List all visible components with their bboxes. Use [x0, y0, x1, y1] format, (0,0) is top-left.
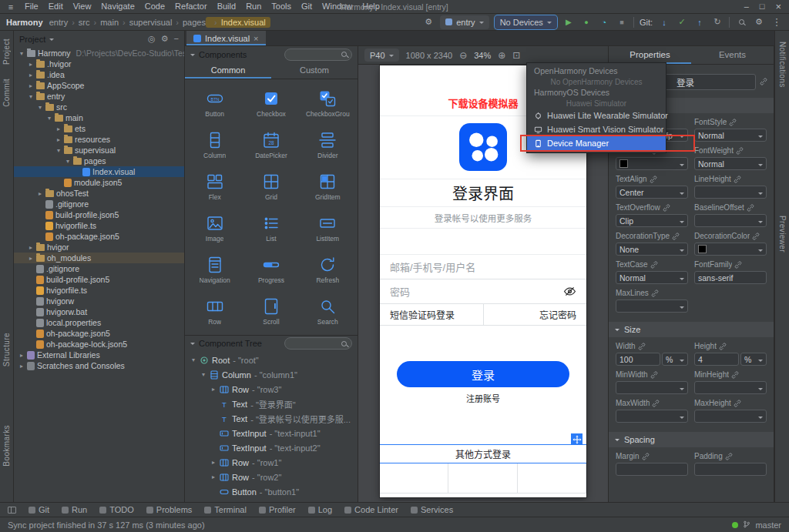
- selection-move-handle[interactable]: [571, 433, 583, 445]
- project-tree-item-ohostest[interactable]: ▸ohosTest: [14, 188, 184, 199]
- component-item-image[interactable]: Image: [186, 207, 243, 249]
- project-tree-item-external-libraries[interactable]: ▸External Libraries: [14, 350, 184, 360]
- property-control-fontweight[interactable]: Normal: [694, 157, 767, 170]
- property-control-minheight[interactable]: [694, 381, 767, 394]
- select-maxwidth[interactable]: [616, 410, 688, 423]
- device-model-selector[interactable]: P40: [364, 49, 399, 62]
- project-tree-item-scratches-and-consoles[interactable]: ▸Scratches and Consoles: [14, 360, 184, 371]
- component-item-refresh[interactable]: Refresh: [300, 249, 356, 290]
- component-tree-node-row[interactable]: ▸Row- "row3": [185, 382, 358, 396]
- login-title-text[interactable]: 登录界面: [380, 179, 586, 207]
- menu-view[interactable]: View: [69, 0, 96, 13]
- color-picker-decorationcolor[interactable]: [694, 243, 767, 256]
- link-icon[interactable]: [650, 261, 658, 269]
- breadcrumb-main[interactable]: main: [90, 18, 119, 27]
- toolwindow-profiler-button[interactable]: Profiler: [259, 505, 296, 514]
- device-menu-item-huawei-lite-wearable-simulator[interactable]: Huawei Lite Wearable Simulator: [527, 109, 666, 122]
- select-textalign[interactable]: Center: [616, 186, 688, 199]
- link-icon[interactable]: [752, 233, 760, 240]
- breadcrumb-pages[interactable]: pages: [172, 18, 206, 27]
- debug-button[interactable]: [580, 16, 593, 28]
- password-input[interactable]: 密码: [380, 279, 586, 304]
- locate-file-icon[interactable]: [148, 34, 156, 44]
- component-tree-node-text[interactable]: TText- "登录界面": [185, 396, 358, 411]
- device-selector[interactable]: No Devices: [495, 15, 557, 29]
- stop-button[interactable]: [616, 16, 628, 28]
- menu-code[interactable]: Code: [140, 0, 170, 13]
- toolwindow-problems-button[interactable]: Problems: [146, 505, 192, 514]
- breadcrumb-index-visual[interactable]: Index.visual: [206, 17, 270, 28]
- ide-settings-icon[interactable]: [753, 16, 765, 28]
- link-icon[interactable]: [651, 289, 659, 297]
- toolwindow-services-button[interactable]: Services: [411, 505, 453, 514]
- toolwindow-run-button[interactable]: Run: [62, 505, 87, 514]
- section-header-spacing[interactable]: Spacing: [609, 432, 774, 447]
- project-tree-item-local-properties[interactable]: local.properties: [14, 317, 184, 328]
- components-search-input[interactable]: [290, 50, 341, 59]
- unit-select-height[interactable]: %: [740, 353, 767, 366]
- component-tree-node-row[interactable]: ▸Row- "row1": [185, 455, 358, 470]
- select-baselineoffset[interactable]: [694, 214, 767, 227]
- more-options-icon[interactable]: [771, 16, 783, 28]
- property-control-fontcolor[interactable]: [616, 157, 688, 170]
- toolwindow-terminal-button[interactable]: Terminal: [204, 505, 247, 514]
- link-icon[interactable]: [725, 453, 733, 460]
- property-control-textcase[interactable]: Normal: [616, 271, 688, 284]
- menu-run[interactable]: Run: [241, 0, 266, 13]
- link-icon[interactable]: [663, 204, 670, 212]
- property-control-decorationcolor[interactable]: [694, 243, 767, 256]
- select-minwidth[interactable]: [616, 381, 688, 394]
- project-tree-item-hvigorfile-ts[interactable]: hvigorfile.ts: [14, 220, 184, 231]
- spacer-row[interactable]: [380, 229, 586, 255]
- property-control-baselineoffset[interactable]: [694, 214, 767, 227]
- project-tree-item-oh-package-json5[interactable]: oh-package.json5: [14, 231, 184, 242]
- project-tree-item-hvigorw-bat[interactable]: hvigorw.bat: [14, 306, 184, 317]
- tab-custom[interactable]: Custom: [271, 62, 358, 79]
- toolstrip-project-button[interactable]: Project: [2, 38, 11, 65]
- git-push-icon[interactable]: [693, 16, 706, 28]
- tab-events[interactable]: Events: [691, 46, 774, 64]
- menu-build[interactable]: Build: [213, 0, 240, 13]
- toolstrip-previewer-button[interactable]: Previewer: [778, 216, 787, 253]
- property-control-maxlines[interactable]: [616, 299, 688, 313]
- project-tree-item-oh-package-json5[interactable]: oh-package.json5: [14, 328, 184, 339]
- tab-common[interactable]: Common: [185, 62, 271, 79]
- input-fontfamily[interactable]: sans-serif: [694, 271, 767, 284]
- sms-login-link[interactable]: 短信验证码登录: [380, 304, 484, 325]
- select-maxheight[interactable]: [694, 410, 767, 423]
- property-control-textalign[interactable]: Center: [616, 186, 688, 199]
- menu-navigate[interactable]: Navigate: [96, 0, 139, 13]
- toolstrip-commit-button[interactable]: Commit: [2, 79, 11, 107]
- select-decorationtype[interactable]: None: [616, 243, 688, 256]
- zoom-in-icon[interactable]: [498, 50, 505, 61]
- toolstrip-structure-button[interactable]: Structure: [2, 333, 11, 366]
- other-login-text-selected[interactable]: 其他方式登录: [380, 444, 586, 463]
- input-margin[interactable]: [616, 463, 688, 476]
- component-tree-node-row[interactable]: ▸Row- "row2": [185, 470, 358, 484]
- toolwindow-code-linter-button[interactable]: Code Linter: [344, 505, 398, 514]
- menu-refactor[interactable]: Refactor: [170, 0, 212, 13]
- device-menu-item-device-manager[interactable]: Device Manager: [527, 136, 666, 150]
- project-tree-item-build-profile-json5[interactable]: build-profile.json5: [14, 274, 184, 285]
- app-logo-icon[interactable]: [459, 123, 507, 172]
- component-tree-node-root[interactable]: ▾Root- "root": [185, 353, 358, 367]
- spacer-row[interactable]: [380, 326, 586, 360]
- project-tree-item-build-profile-json5[interactable]: build-profile.json5: [14, 209, 184, 220]
- breadcrumb-supervisual[interactable]: supervisual: [119, 18, 172, 27]
- component-tree-node-column[interactable]: ▾Column- "column1": [185, 367, 358, 382]
- project-tree-item-src[interactable]: ▾src: [14, 102, 184, 112]
- project-tree-item-index-visual[interactable]: Index.visual: [14, 166, 184, 177]
- git-commit-icon[interactable]: [676, 16, 688, 28]
- breadcrumb-entry[interactable]: entry: [49, 18, 68, 27]
- link-icon[interactable]: [736, 147, 744, 155]
- project-tree-item-main[interactable]: ▾main: [14, 112, 184, 123]
- minimize-button[interactable]: [744, 0, 749, 14]
- project-tree-item-hvigorfile-ts[interactable]: hvigorfile.ts: [14, 285, 184, 296]
- component-item-list[interactable]: List: [243, 207, 299, 249]
- property-control-decorationtype[interactable]: None: [616, 243, 688, 256]
- component-item-listitem[interactable]: ListItem: [300, 207, 356, 249]
- breadcrumb-src[interactable]: src: [68, 18, 89, 27]
- git-branch-name[interactable]: master: [755, 520, 781, 530]
- components-search[interactable]: [284, 49, 352, 61]
- fit-to-screen-icon[interactable]: [512, 50, 520, 61]
